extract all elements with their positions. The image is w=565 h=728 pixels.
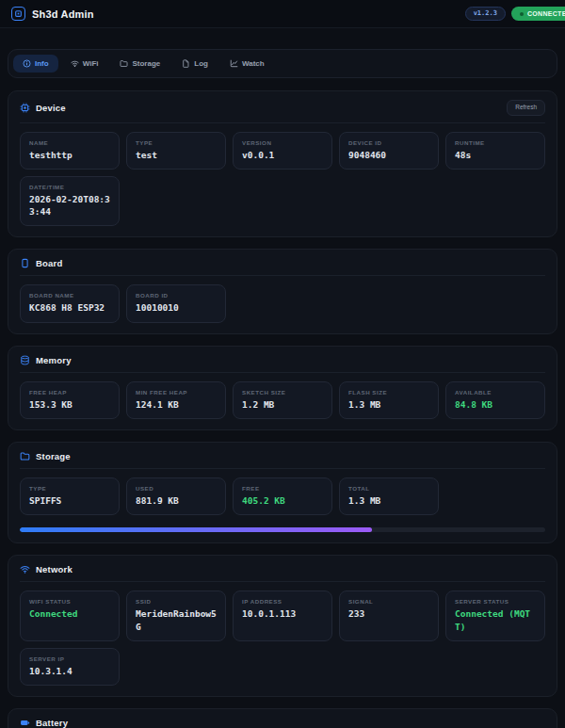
tab-storage[interactable]: Storage <box>110 55 170 73</box>
field-ssid: SSID MeridenRainbow5G <box>126 590 226 641</box>
field-server-ip: SERVER IP 10.3.1.4 <box>20 648 120 686</box>
field-server-status: SERVER STATUS Connected (MQTT) <box>445 590 545 641</box>
section-battery: Battery VOLTAGE -- PERCENTAGE 0% <box>8 708 557 728</box>
tab-watch[interactable]: Watch <box>220 55 274 73</box>
section-title: Network <box>36 564 73 574</box>
chart-icon <box>230 59 238 68</box>
wifi-icon <box>20 564 30 574</box>
app-logo-icon <box>11 7 25 21</box>
battery-icon <box>20 718 30 728</box>
file-icon <box>182 59 190 68</box>
field-ip-address: IP ADDRESS 10.0.1.113 <box>233 590 332 641</box>
section-title: Memory <box>36 355 72 365</box>
field-free-heap: FREE HEAP 153.3 KB <box>20 381 120 419</box>
app-title: Sh3d Admin <box>32 8 94 20</box>
storage-usage-bar <box>20 527 545 532</box>
connection-status-label: CONNECTED <box>527 10 565 17</box>
field-free: FREE 405.2 KB <box>233 477 332 515</box>
field-board-name: BOARD NAME KC868 H8 ESP32 <box>20 284 120 322</box>
tab-label: Info <box>35 59 49 68</box>
wifi-icon <box>71 59 79 68</box>
cpu-icon <box>20 103 30 113</box>
tab-label: Storage <box>132 59 160 68</box>
field-device-id: DEVICE ID 9048460 <box>339 132 439 170</box>
folder-icon <box>120 59 128 68</box>
field-datetime: DATE/TIME 2026-02-20T08:33:44 <box>20 176 120 227</box>
section-network: Network WIFI STATUS Connected SSID Merid… <box>8 555 557 697</box>
section-title: Device <box>36 103 66 113</box>
field-type: TYPE test <box>126 132 226 170</box>
section-board: Board BOARD NAME KC868 H8 ESP32 BOARD ID… <box>8 249 557 333</box>
section-memory: Memory FREE HEAP 153.3 KB MIN FREE HEAP … <box>8 346 557 430</box>
folder-icon <box>20 451 30 461</box>
section-device: Device Refresh NAME testhttp TYPE test V… <box>8 90 557 237</box>
field-wifi-status: WIFI STATUS Connected <box>20 590 120 641</box>
field-name: NAME testhttp <box>20 132 120 170</box>
field-flash-size: FLASH SIZE 1.3 MB <box>339 381 439 419</box>
field-used: USED 881.9 KB <box>126 477 226 515</box>
connection-dot-icon <box>520 12 524 16</box>
section-title: Battery <box>36 718 68 728</box>
field-min-free-heap: MIN FREE HEAP 124.1 KB <box>126 381 226 419</box>
section-title: Storage <box>36 451 71 461</box>
database-icon <box>20 355 30 365</box>
storage-usage-fill <box>20 527 372 532</box>
tab-label: Watch <box>242 59 265 68</box>
tab-label: WiFi <box>83 59 99 68</box>
tab-info[interactable]: Info <box>13 55 58 73</box>
field-board-id: BOARD ID 10010010 <box>126 284 226 322</box>
section-storage: Storage TYPE SPIFFS USED 881.9 KB FREE 4… <box>8 442 557 543</box>
board-icon <box>20 258 30 268</box>
tab-bar: Info WiFi Storage Log Watch <box>8 49 557 78</box>
field-version: VERSION v0.0.1 <box>233 132 332 170</box>
info-icon <box>23 59 31 68</box>
tab-log[interactable]: Log <box>172 55 218 73</box>
field-sketch-size: SKETCH SIZE 1.2 MB <box>233 381 332 419</box>
field-available: AVAILABLE 84.8 KB <box>445 381 545 419</box>
field-runtime: RUNTIME 48s <box>445 132 545 170</box>
tab-label: Log <box>194 59 208 68</box>
section-title: Board <box>36 258 62 268</box>
field-signal: SIGNAL 233 <box>339 590 439 641</box>
field-total: TOTAL 1.3 MB <box>339 477 439 515</box>
connection-status-badge: CONNECTED <box>511 7 565 21</box>
app-header: Sh3d Admin v1.2.3 CONNECTED <box>0 0 565 28</box>
field-storage-type: TYPE SPIFFS <box>20 477 120 515</box>
refresh-button[interactable]: Refresh <box>507 100 545 116</box>
version-badge: v1.2.3 <box>465 7 506 21</box>
tab-wifi[interactable]: WiFi <box>61 55 108 73</box>
